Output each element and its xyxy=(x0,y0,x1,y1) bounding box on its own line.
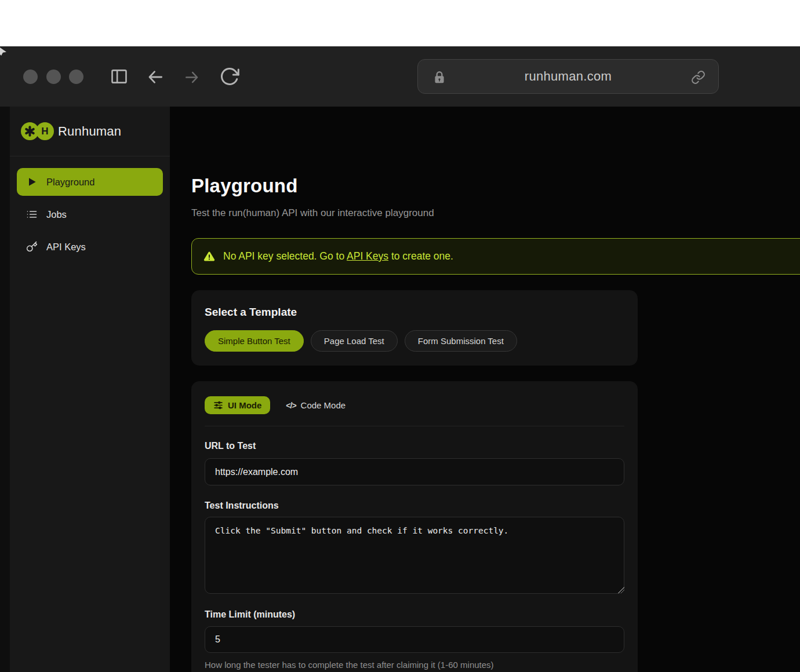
logo-h-icon: H xyxy=(36,122,54,140)
back-icon[interactable] xyxy=(145,68,166,86)
time-limit-help: How long the tester has to complete the … xyxy=(205,660,494,670)
address-bar[interactable]: runhuman.com xyxy=(417,59,719,94)
forward-icon[interactable] xyxy=(182,69,202,86)
code-mode-tab[interactable]: </> Code Mode xyxy=(286,400,346,410)
window-zoom-button[interactable] xyxy=(69,70,83,84)
sidebar-item-api-keys[interactable]: API Keys xyxy=(17,233,163,261)
ui-mode-label: UI Mode xyxy=(228,400,261,410)
sidebar-toggle-icon[interactable] xyxy=(110,67,129,86)
mode-switcher: UI Mode </> Code Mode xyxy=(205,396,346,414)
link-icon[interactable] xyxy=(691,70,706,85)
time-limit-input[interactable] xyxy=(205,626,624,653)
sidebar-item-label: API Keys xyxy=(46,242,86,253)
url-field-label: URL to Test xyxy=(205,441,256,451)
code-mode-label: Code Mode xyxy=(301,400,346,410)
url-input[interactable] xyxy=(205,458,624,485)
browser-window: runhuman.com xyxy=(0,46,800,672)
main-content: Playground Test the run(human) API with … xyxy=(170,107,800,672)
api-keys-link[interactable]: API Keys xyxy=(347,250,388,262)
sidebar: H Runhuman Playground xyxy=(10,107,170,672)
template-card-title: Select a Template xyxy=(205,306,297,319)
warning-icon xyxy=(203,250,216,262)
banner-text-after: to create one. xyxy=(388,250,453,262)
time-limit-field-label: Time Limit (minutes) xyxy=(205,609,295,620)
code-icon: </> xyxy=(286,401,296,410)
key-icon xyxy=(26,241,38,253)
sidebar-item-jobs[interactable]: Jobs xyxy=(17,200,163,228)
browser-toolbar: runhuman.com xyxy=(0,46,800,107)
sidebar-item-label: Jobs xyxy=(46,209,67,220)
ui-mode-tab[interactable]: UI Mode xyxy=(205,396,270,414)
template-form-submission-test[interactable]: Form Submission Test xyxy=(405,330,517,352)
template-options: Simple Button Test Page Load Test Form S… xyxy=(205,330,517,352)
window-edge-strip xyxy=(0,107,10,672)
lock-icon xyxy=(432,70,447,85)
reload-icon[interactable] xyxy=(219,66,240,87)
sidebar-item-playground[interactable]: Playground xyxy=(17,168,163,196)
banner-text-before: No API key selected. Go to xyxy=(223,250,347,262)
brand-name: Runhuman xyxy=(58,124,121,139)
instructions-textarea[interactable]: Click the "Submit" button and check if i… xyxy=(205,517,624,594)
template-simple-button-test[interactable]: Simple Button Test xyxy=(205,330,304,352)
instructions-field-label: Test Instructions xyxy=(205,501,279,511)
template-card: Select a Template Simple Button Test Pag… xyxy=(191,290,638,366)
url-text: runhuman.com xyxy=(525,69,612,84)
play-icon xyxy=(26,176,38,188)
sliders-icon xyxy=(213,400,223,410)
page-title: Playground xyxy=(191,175,298,197)
api-key-warning-banner: No API key selected. Go to API Keys to c… xyxy=(191,238,800,275)
template-page-load-test[interactable]: Page Load Test xyxy=(311,330,398,352)
test-config-card: UI Mode </> Code Mode URL to Test Test I… xyxy=(191,381,638,672)
list-icon xyxy=(26,209,38,220)
window-close-button[interactable] xyxy=(23,70,38,84)
window-minimize-button[interactable] xyxy=(46,70,61,84)
page-subtitle: Test the run(human) API with our interac… xyxy=(191,207,434,219)
sidebar-item-label: Playground xyxy=(46,177,94,188)
sidebar-nav: Playground Jobs xyxy=(10,156,170,261)
app-content: H Runhuman Playground xyxy=(0,107,800,672)
form-divider xyxy=(205,426,624,426)
brand: H Runhuman xyxy=(10,107,170,156)
